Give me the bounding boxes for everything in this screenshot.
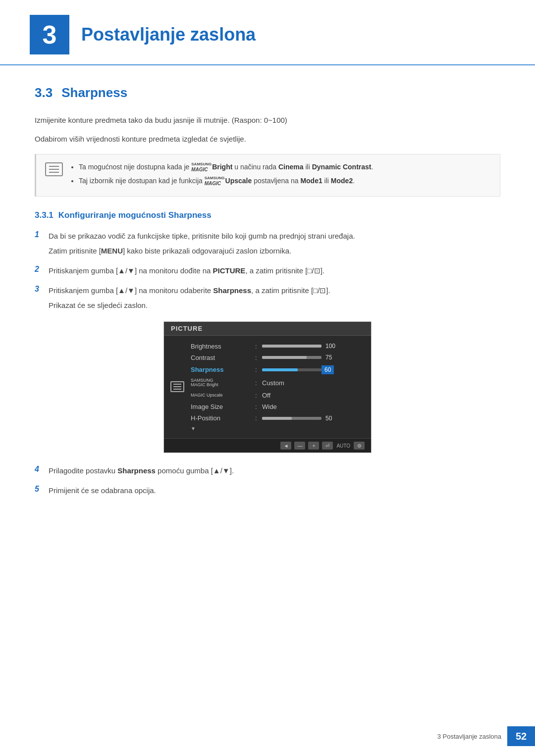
menu-item-magic-upscale: MAGIC Upscale : Off [186,390,371,401]
step-4-main: Prilagodite postavku Sharpness pomoću gu… [49,465,234,477]
step-1-main: Da bi se prikazao vodič za funkcijske ti… [49,230,355,242]
menu-bottom-bar: ◄ — + ⏎ AUTO ⚙ [164,438,371,453]
step-3: 3 Pritiskanjem gumba [▲/▼] na monitoru o… [35,285,500,311]
menu-item-brightness: Brightness : 100 [186,341,371,352]
step-3-content: Pritiskanjem gumba [▲/▼] na monitoru oda… [49,285,330,311]
step-2-main: Pritiskanjem gumba [▲/▼] na monitoru dođ… [49,265,324,277]
menu-items-list: Brightness : 100 Contrast : [186,341,371,434]
menu-icon-plus: + [308,442,319,450]
section-number: 3.3 [35,85,53,101]
page-footer: 3 Postavljanje zaslona 52 [0,726,535,746]
subsection-number: 3.3.1 [35,210,54,220]
steps-list-2: 4 Prilagodite postavku Sharpness pomoću … [35,465,500,497]
step-2-number: 2 [35,265,49,274]
menu-item-sharpness: Sharpness : 60 [186,363,371,376]
menu-body: Brightness : 100 Contrast : [164,336,371,439]
step-3-main: Pritiskanjem gumba [▲/▼] na monitoru oda… [49,285,330,297]
step-4-content: Prilagodite postavku Sharpness pomoću gu… [49,465,234,477]
note-box: Ta mogućnost nije dostupna kada je SAMSU… [35,154,500,197]
step-5-number: 5 [35,485,49,494]
samsung-upscale-label: SAMSUNGMAGIC [205,176,225,186]
menu-screenshot: PICTURE Brightness : [163,321,372,454]
step-3-sub: Prikazat će se sljedeći zaslon. [49,300,330,311]
menu-scroll-down: ▼ [186,424,371,433]
step-5-content: Primijenit će se odabrana opcija. [49,485,156,497]
menu-title: PICTURE [164,322,371,336]
note-item-2: Taj izbornik nije dostupan kad je funkci… [79,175,373,187]
samsung-bright-label: SAMSUNGMAGIC [191,162,212,172]
menu-item-image-size: Image Size : Wide [186,401,371,412]
chapter-number-block: 3 [30,15,69,54]
step-1-content: Da bi se prikazao vodič za funkcijske ti… [49,230,355,257]
steps-list: 1 Da bi se prikazao vodič za funkcijske … [35,230,500,311]
page-header: 3 Postavljanje zaslona [0,0,535,65]
step-5: 5 Primijenit će se odabrana opcija. [35,485,500,497]
note-content: Ta mogućnost nije dostupna kada je SAMSU… [70,161,373,189]
menu-item-contrast: Contrast : 75 [186,352,371,363]
menu-icon-gear: ⚙ [354,442,365,450]
footer-text: 3 Postavljanje zaslona [437,733,501,740]
step-1-number: 1 [35,230,49,239]
menu-icon-auto: AUTO [336,443,350,449]
subsection-heading: 3.3.1 Konfiguriranje mogućnosti Sharpnes… [35,210,500,220]
step-1-sub: Zatim pritisnite [MENU] kako biste prika… [49,245,355,257]
menu-icon-back: ◄ [280,442,291,450]
step-4-number: 4 [35,465,49,474]
chapter-number: 3 [43,20,57,50]
section-heading: 3.3 Sharpness [35,85,500,101]
note-icon [45,162,63,176]
page-title: Postavljanje zaslona [81,24,256,45]
step-4: 4 Prilagodite postavku Sharpness pomoću … [35,465,500,477]
subsection-title: Konfiguriranje mogućnosti Sharpness [58,210,212,220]
menu-icon-minus: — [294,442,305,450]
main-content: 3.3 Sharpness Izmijenite konture predmet… [0,85,535,497]
intro-para-1: Izmijenite konture predmeta tako da budu… [35,114,500,126]
menu-icon-enter: ⏎ [322,442,333,450]
step-1: 1 Da bi se prikazao vodič za funkcijske … [35,230,500,257]
step-5-main: Primijenit će se odabrana opcija. [49,485,156,497]
menu-item-magic-bright: SAMSUNGMAGIC Bright : Custom [186,376,371,390]
step-2: 2 Pritiskanjem gumba [▲/▼] na monitoru d… [35,265,500,277]
monitor-icon [170,381,184,392]
step-2-content: Pritiskanjem gumba [▲/▼] na monitoru dođ… [49,265,324,277]
step-3-number: 3 [35,285,49,294]
menu-left-icon [164,341,186,434]
section-title: Sharpness [61,85,127,101]
note-item-1: Ta mogućnost nije dostupna kada je SAMSU… [79,161,373,173]
footer-page-badge: 52 [507,726,535,746]
menu-item-hposition: H-Position : 50 [186,412,371,424]
intro-para-2: Odabirom viših vrijednosti konture predm… [35,133,500,145]
